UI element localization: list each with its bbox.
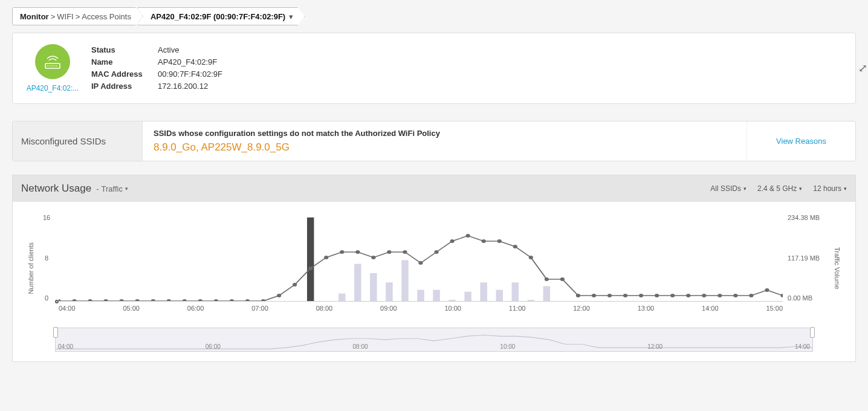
svg-point-40	[418, 261, 423, 265]
metric-dropdown[interactable]: Traffic ▾	[96, 184, 128, 193]
breadcrumb: Monitor > WIFI > Access Points AP420_F4:…	[12, 7, 856, 25]
svg-point-50	[576, 294, 580, 297]
device-name-link[interactable]: AP420_F4:02:...	[25, 84, 80, 92]
breadcrumb-current-label: AP420_F4:02:9F (00:90:7F:F4:02:9F)	[151, 12, 285, 21]
network-usage-title: Network Usage	[21, 183, 91, 195]
x-tick: 09:00	[380, 305, 397, 312]
svg-point-38	[387, 250, 391, 254]
x-tick: 07:00	[251, 305, 268, 312]
y-left-tick: 0	[38, 294, 55, 302]
svg-point-52	[607, 294, 612, 297]
y-left-tick: 8	[38, 254, 55, 262]
device-properties: Status Active Name AP420_F4:02:9F MAC Ad…	[91, 44, 222, 92]
svg-point-47	[529, 256, 533, 259]
svg-point-25	[183, 299, 187, 301]
svg-rect-6	[386, 282, 392, 301]
svg-rect-15	[528, 300, 534, 301]
svg-point-59	[717, 294, 722, 297]
network-usage-header: Network Usage Traffic ▾ All SSIDs▾ 2.4 &…	[13, 175, 855, 202]
y-axis-right-label: Traffic Volume	[834, 247, 841, 290]
scrubber-handle-right[interactable]	[810, 327, 815, 338]
svg-point-19	[88, 299, 92, 301]
chevron-down-icon: ▾	[743, 186, 747, 192]
svg-rect-7	[401, 260, 408, 301]
x-tick: 11:00	[509, 305, 526, 312]
band-filter-dropdown[interactable]: 2.4 & 5 GHz▾	[757, 184, 802, 193]
scrubber-tick: 14:00	[795, 343, 810, 350]
svg-point-46	[513, 245, 517, 248]
chevron-down-icon: ▾	[844, 186, 847, 192]
ssid-filter-dropdown[interactable]: All SSIDs▾	[710, 184, 747, 193]
scrubber-tick: 06:00	[206, 343, 221, 350]
svg-point-54	[639, 294, 643, 297]
svg-point-42	[450, 239, 454, 243]
svg-point-48	[545, 277, 549, 281]
label-ip: IP Address	[91, 80, 158, 92]
view-reasons-link[interactable]: View Reasons	[747, 121, 855, 161]
scrubber-tick: 04:00	[58, 343, 73, 350]
svg-point-24	[167, 299, 171, 301]
breadcrumb-access-points: Access Points	[82, 12, 131, 21]
svg-point-31	[277, 294, 281, 297]
value-mac: 00:90:7F:F4:02:9F	[158, 68, 222, 80]
misconfigured-ssid-list: 8.9.0_Go, AP225W_8.9.0_5G	[154, 141, 736, 154]
access-point-icon	[35, 44, 70, 79]
y-left-tick: 16	[38, 214, 55, 221]
misconfigured-title: Misconfigured SSIDs	[13, 121, 143, 161]
svg-point-58	[702, 294, 706, 297]
value-name: AP420_F4:02:9F	[158, 56, 217, 68]
time-range-scrubber[interactable]: 04:0006:0008:0010:0012:0014:00	[55, 328, 813, 352]
svg-rect-12	[480, 282, 487, 301]
svg-point-17	[59, 299, 61, 301]
svg-point-45	[497, 239, 502, 243]
svg-point-39	[403, 250, 407, 254]
svg-point-49	[560, 277, 565, 281]
x-tick: 05:00	[123, 305, 140, 312]
svg-point-33	[308, 267, 313, 270]
expand-icon[interactable]: ⤢	[858, 62, 867, 75]
scrubber-handle-left[interactable]	[53, 327, 58, 338]
svg-point-34	[324, 256, 328, 259]
x-tick: 04:00	[59, 305, 76, 312]
scrubber-tick: 10:00	[500, 343, 515, 350]
legend-clients-icon	[55, 300, 59, 303]
svg-point-61	[749, 294, 753, 297]
svg-point-29	[245, 299, 250, 301]
x-tick: 12:00	[573, 305, 590, 312]
svg-point-53	[623, 294, 627, 297]
scrubber-tick: 08:00	[353, 343, 368, 350]
svg-point-35	[340, 250, 344, 254]
timerange-dropdown[interactable]: 12 hours▾	[813, 184, 847, 193]
x-tick: 08:00	[316, 305, 333, 312]
value-status: Active	[158, 44, 179, 56]
svg-rect-4	[354, 264, 361, 301]
x-tick: 06:00	[187, 305, 204, 312]
svg-rect-16	[543, 286, 550, 301]
svg-point-32	[293, 283, 297, 286]
svg-point-60	[733, 294, 737, 297]
svg-point-28	[230, 299, 234, 301]
svg-point-57	[686, 294, 690, 297]
label-mac: MAC Address	[91, 68, 158, 80]
breadcrumb-monitor: Monitor	[20, 12, 49, 21]
breadcrumb-wifi: WIFI	[57, 12, 73, 21]
svg-point-18	[72, 299, 76, 301]
chevron-down-icon: ▾	[799, 186, 802, 192]
chevron-down-icon: ▾	[125, 186, 128, 192]
svg-rect-8	[417, 290, 424, 301]
svg-point-51	[592, 294, 596, 297]
chart-plot-area	[59, 214, 783, 302]
breadcrumb-root[interactable]: Monitor > WIFI > Access Points	[12, 7, 143, 25]
svg-point-21	[120, 299, 124, 301]
svg-point-23	[151, 299, 155, 301]
svg-rect-2	[307, 218, 314, 301]
svg-point-20	[104, 299, 108, 301]
x-tick: 14:00	[702, 305, 719, 312]
y-right-tick: 117.19 MB	[788, 254, 830, 262]
breadcrumb-current-device[interactable]: AP420_F4:02:9F (00:90:7F:F4:02:9F) ▾	[137, 7, 305, 25]
svg-point-22	[135, 299, 140, 301]
svg-point-43	[466, 234, 470, 238]
svg-point-62	[765, 288, 769, 292]
y-right-tick: 0.00 MB	[788, 294, 830, 302]
misconfigured-heading: SSIDs whose configuration settings do no…	[154, 129, 736, 138]
